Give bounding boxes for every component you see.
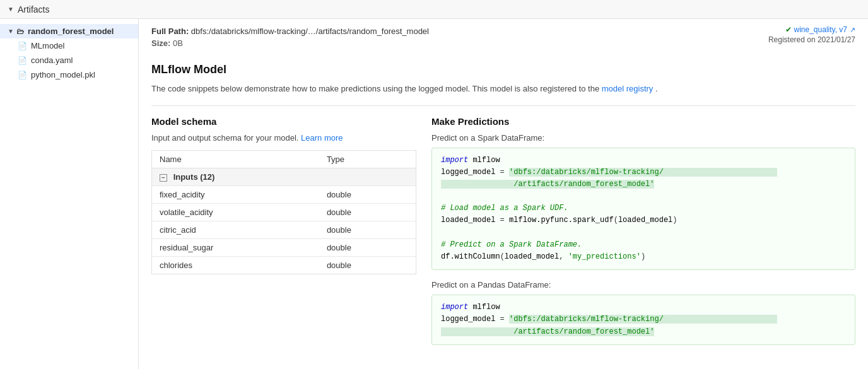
sidebar-item-mlmodel[interactable]: 📄 MLmodel <box>0 38 138 53</box>
sidebar-item-python-model[interactable]: 📄 python_model.pkl <box>0 67 138 82</box>
path-label: Full Path: <box>151 26 189 36</box>
field-name: chlorides <box>152 256 319 274</box>
main-layout: ▼ 🗁 random_forest_model 📄 MLmodel 📄 cond… <box>0 19 868 369</box>
pandas-code-block: import mlflow logged_model = 'dbfs:/data… <box>431 295 855 345</box>
field-name: volatile_acidity <box>152 203 319 221</box>
field-name: fixed_acidity <box>152 185 319 203</box>
spark-code-block: import mlflow logged_model = 'dbfs:/data… <box>431 148 855 271</box>
model-registry-link[interactable]: model registry <box>602 84 654 93</box>
sidebar-item-conda-label: conda.yaml <box>31 56 73 65</box>
folder-name-label: random_forest_model <box>28 26 114 36</box>
folder-chevron-icon: ▼ <box>8 28 14 35</box>
check-icon: ✔ <box>785 26 792 34</box>
description-text: The code snippets below demonstrate how … <box>151 84 599 93</box>
field-type: double <box>319 238 416 256</box>
top-header: ▼ Artifacts <box>0 0 868 19</box>
col-name-header: Name <box>152 150 319 168</box>
make-predictions-col: Make Predictions Predict on a Spark Data… <box>431 116 855 355</box>
path-info: Full Path: dbfs:/databricks/mlflow-track… <box>151 26 855 48</box>
file-icon-python-model: 📄 <box>18 71 27 79</box>
table-row: volatile_acidity double <box>152 203 416 221</box>
field-type: double <box>319 256 416 274</box>
registered-name: wine_quality, v7 <box>794 26 848 34</box>
sidebar-item-python-model-label: python_model.pkl <box>31 70 95 79</box>
description-end: . <box>655 84 658 93</box>
file-icon-mlmodel: 📄 <box>18 42 27 50</box>
registered-badge: ✔ wine_quality, v7 ↗ Registered on 2021/… <box>768 26 855 44</box>
table-row: chlorides double <box>152 256 416 274</box>
size-label: Size: <box>151 38 170 48</box>
sidebar: ▼ 🗁 random_forest_model 📄 MLmodel 📄 cond… <box>0 19 139 369</box>
mlflow-model-heading: MLflow Model <box>151 63 855 76</box>
collapse-inputs-icon[interactable]: − <box>160 174 167 182</box>
spark-predict-label: Predict on a Spark DataFrame: <box>431 133 855 143</box>
table-row: residual_sugar double <box>152 238 416 256</box>
col-type-header: Type <box>319 150 416 168</box>
pandas-predict-label: Predict on a Pandas DataFrame: <box>431 280 855 290</box>
sidebar-item-conda-yaml[interactable]: 📄 conda.yaml <box>0 53 138 67</box>
registered-date: Registered on 2021/01/27 <box>768 35 855 44</box>
artifacts-chevron-icon[interactable]: ▼ <box>8 6 14 13</box>
registered-link[interactable]: ✔ wine_quality, v7 ↗ <box>768 26 855 34</box>
schema-table: Name Type − Inputs (12) fixed_acidit <box>151 150 416 274</box>
field-type: double <box>319 203 416 221</box>
inputs-group-row: − Inputs (12) <box>152 168 416 185</box>
table-row: fixed_acidity double <box>152 185 416 203</box>
table-row: citric_acid double <box>152 221 416 238</box>
field-name: residual_sugar <box>152 238 319 256</box>
predictions-heading: Make Predictions <box>431 116 855 127</box>
two-col-layout: Model schema Input and output schema for… <box>151 105 855 355</box>
file-icon-conda: 📄 <box>18 56 27 65</box>
field-type: double <box>319 185 416 203</box>
inputs-group-label: − Inputs (12) <box>152 168 416 185</box>
model-description: The code snippets below demonstrate how … <box>151 83 855 95</box>
schema-description: Input and output schema for your model. … <box>151 133 416 143</box>
page-title: Artifacts <box>18 4 50 15</box>
path-row: Full Path: dbfs:/databricks/mlflow-track… <box>151 26 855 36</box>
learn-more-link[interactable]: Learn more <box>301 133 343 143</box>
sidebar-folder-random-forest-model[interactable]: ▼ 🗁 random_forest_model <box>0 24 138 38</box>
schema-desc-text: Input and output schema for your model. <box>151 133 298 143</box>
content-area: ✔ wine_quality, v7 ↗ Registered on 2021/… <box>139 19 868 369</box>
field-type: double <box>319 221 416 238</box>
folder-icon: 🗁 <box>16 27 24 36</box>
schema-heading: Model schema <box>151 116 416 127</box>
external-link-icon: ↗ <box>850 26 855 34</box>
size-value: 0B <box>173 38 183 48</box>
sidebar-item-mlmodel-label: MLmodel <box>31 41 64 50</box>
path-value: dbfs:/databricks/mlflow-tracking/…/artif… <box>191 26 429 36</box>
field-name: citric_acid <box>152 221 319 238</box>
size-row: Size: 0B <box>151 38 855 48</box>
model-schema-col: Model schema Input and output schema for… <box>151 116 416 355</box>
